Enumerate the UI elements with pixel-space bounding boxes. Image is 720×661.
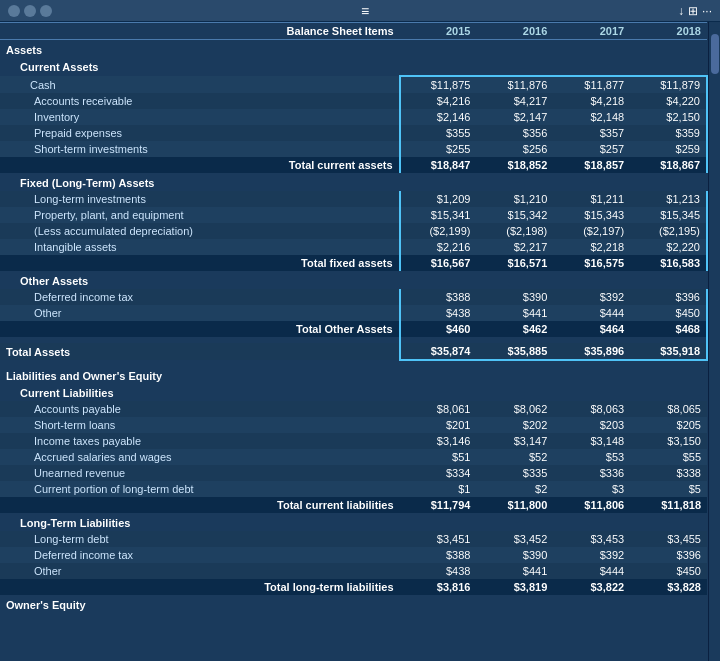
- download-icon[interactable]: ↓: [678, 4, 684, 18]
- sti-2018: $259: [630, 141, 707, 157]
- dep-2018: ($2,195): [630, 223, 707, 239]
- olt-label: Other: [0, 563, 400, 579]
- menu-icon[interactable]: ≡: [361, 3, 369, 19]
- tca-2017: $18,857: [553, 157, 630, 173]
- other-a-2015: $438: [400, 305, 477, 321]
- assets-label: Assets: [0, 40, 707, 59]
- dlt-2018: $396: [630, 547, 707, 563]
- lti-label: Long-term investments: [0, 191, 400, 207]
- section-assets: Assets: [0, 40, 707, 59]
- scrollbar-thumb[interactable]: [711, 34, 719, 74]
- maximize-button[interactable]: [40, 5, 52, 17]
- prepaid-2016: $356: [476, 125, 553, 141]
- prepaid-2017: $357: [553, 125, 630, 141]
- row-cash: Cash $11,875 $11,876 $11,877 $11,879: [0, 76, 707, 93]
- itp-2016: $3,147: [476, 433, 553, 449]
- tltl-2015: $3,816: [400, 579, 477, 595]
- ta-2018: $35,918: [630, 343, 707, 360]
- row-total-assets: Total Assets $35,874 $35,885 $35,896 $35…: [0, 343, 707, 360]
- sti-2015: $255: [400, 141, 477, 157]
- tltl-label: Total long-term liabilities: [0, 579, 400, 595]
- lti-2018: $1,213: [630, 191, 707, 207]
- ltl-label: Long-Term Liabilities: [0, 513, 707, 531]
- itp-2017: $3,148: [553, 433, 630, 449]
- tfa-2017: $16,575: [553, 255, 630, 271]
- other-a-2017: $444: [553, 305, 630, 321]
- row-accum-dep: (Less accumulated depreciation) ($2,199)…: [0, 223, 707, 239]
- sti-label: Short-term investments: [0, 141, 400, 157]
- title-bar-right[interactable]: ↓ ⊞ ···: [678, 4, 712, 18]
- subsection-other-assets: Other Assets: [0, 271, 707, 289]
- row-lt-investments: Long-term investments $1,209 $1,210 $1,2…: [0, 191, 707, 207]
- dit-2015: $388: [400, 289, 477, 305]
- intangible-label: Intangible assets: [0, 239, 400, 255]
- other-assets-label: Other Assets: [0, 271, 707, 289]
- more-icon[interactable]: ···: [702, 4, 712, 18]
- window-controls[interactable]: [8, 5, 52, 17]
- intangible-2015: $2,216: [400, 239, 477, 255]
- section-owners-equity: Owner's Equity: [0, 595, 707, 617]
- cash-2016: $11,876: [476, 76, 553, 93]
- row-total-fixed: Total fixed assets $16,567 $16,571 $16,5…: [0, 255, 707, 271]
- as-2016: $52: [476, 449, 553, 465]
- minimize-button[interactable]: [24, 5, 36, 17]
- intangible-2016: $2,217: [476, 239, 553, 255]
- dit-2017: $392: [553, 289, 630, 305]
- toa-2017: $464: [553, 321, 630, 337]
- tca-label: Total current assets: [0, 157, 400, 173]
- tfa-2018: $16,583: [630, 255, 707, 271]
- dlt-2017: $392: [553, 547, 630, 563]
- tca-2018: $18,867: [630, 157, 707, 173]
- row-short-term-inv: Short-term investments $255 $256 $257 $2…: [0, 141, 707, 157]
- stl-label: Short-term loans: [0, 417, 400, 433]
- dit-label: Deferred income tax: [0, 289, 400, 305]
- row-ppe: Property, plant, and equipment $15,341 $…: [0, 207, 707, 223]
- toa-2016: $462: [476, 321, 553, 337]
- row-lt-debt: Long-term debt $3,451 $3,452 $3,453 $3,4…: [0, 531, 707, 547]
- olt-2018: $450: [630, 563, 707, 579]
- ltd-label: Long-term debt: [0, 531, 400, 547]
- row-deferred-income-tax: Deferred income tax $388 $390 $392 $396: [0, 289, 707, 305]
- subsection-current-liabilities: Current Liabilities: [0, 384, 707, 401]
- ppe-label: Property, plant, and equipment: [0, 207, 400, 223]
- olt-2015: $438: [400, 563, 477, 579]
- close-button[interactable]: [8, 5, 20, 17]
- cltd-2016: $2: [476, 481, 553, 497]
- dit-2018: $396: [630, 289, 707, 305]
- ur-2017: $336: [553, 465, 630, 481]
- lti-2017: $1,211: [553, 191, 630, 207]
- row-intangible: Intangible assets $2,216 $2,217 $2,218 $…: [0, 239, 707, 255]
- table-container[interactable]: Balance Sheet Items 2015 2016 2017 2018 …: [0, 22, 708, 661]
- scrollbar[interactable]: [708, 22, 720, 661]
- balance-sheet-table: Balance Sheet Items 2015 2016 2017 2018 …: [0, 22, 708, 617]
- tltl-2018: $3,828: [630, 579, 707, 595]
- prepaid-2018: $359: [630, 125, 707, 141]
- ap-2018: $8,065: [630, 401, 707, 417]
- dlt-2015: $388: [400, 547, 477, 563]
- itp-2018: $3,150: [630, 433, 707, 449]
- tfa-2015: $16,567: [400, 255, 477, 271]
- ppe-2017: $15,343: [553, 207, 630, 223]
- subsection-lt-liabilities: Long-Term Liabilities: [0, 513, 707, 531]
- row-current-ltd: Current portion of long-term debt $1 $2 …: [0, 481, 707, 497]
- ppe-2016: $15,342: [476, 207, 553, 223]
- inventory-label: Inventory: [0, 109, 400, 125]
- grid-icon[interactable]: ⊞: [688, 4, 698, 18]
- dep-2016: ($2,198): [476, 223, 553, 239]
- ur-2016: $335: [476, 465, 553, 481]
- inventory-2015: $2,146: [400, 109, 477, 125]
- ta-2015: $35,874: [400, 343, 477, 360]
- toa-2015: $460: [400, 321, 477, 337]
- subsection-fixed-assets: Fixed (Long-Term) Assets: [0, 173, 707, 191]
- ppe-2015: $15,341: [400, 207, 477, 223]
- header-2018: 2018: [630, 23, 707, 40]
- table-header: Balance Sheet Items 2015 2016 2017 2018: [0, 23, 707, 40]
- section-liabilities: Liabilities and Owner's Equity: [0, 366, 707, 384]
- row-accounts-receivable: Accounts receivable $4,216 $4,217 $4,218…: [0, 93, 707, 109]
- title-bar-center: ≡: [361, 3, 369, 19]
- other-a-2018: $450: [630, 305, 707, 321]
- row-total-ltl: Total long-term liabilities $3,816 $3,81…: [0, 579, 707, 595]
- header-2015: 2015: [400, 23, 477, 40]
- row-total-other-assets: Total Other Assets $460 $462 $464 $468: [0, 321, 707, 337]
- dep-label: (Less accumulated depreciation): [0, 223, 400, 239]
